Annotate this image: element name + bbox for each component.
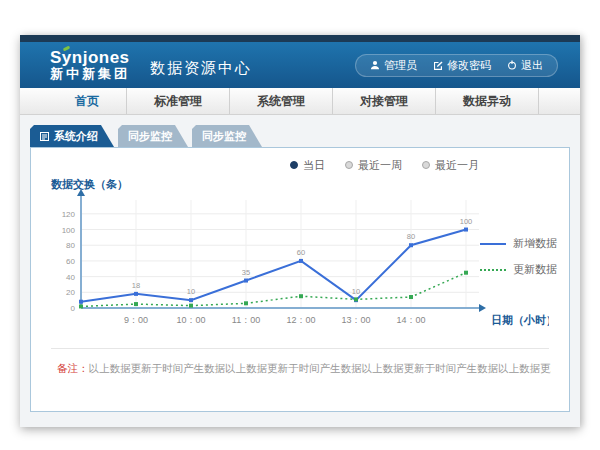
logout-button[interactable]: 退出 [507,58,543,73]
user-menu: 管理员 修改密码 退出 [355,54,558,77]
svg-text:12：00: 12：00 [286,315,315,325]
top-strip [20,35,580,42]
panel-divider [51,348,549,349]
nav-item-interface-mgmt[interactable]: 对接管理 [333,88,436,114]
svg-text:40: 40 [66,273,75,282]
current-user[interactable]: 管理员 [370,58,417,73]
svg-text:80: 80 [66,241,75,250]
legend-item-new-data[interactable]: 新增数据 [480,236,557,251]
edit-icon [433,60,443,70]
nav-item-home[interactable]: 首页 [48,88,127,114]
svg-text:80: 80 [407,232,415,241]
filter-last-month[interactable]: 最近一月 [422,158,479,173]
svg-text:35: 35 [242,268,250,277]
user-icon [370,60,380,70]
power-icon [507,60,517,70]
svg-text:14：00: 14：00 [396,315,425,325]
document-icon [40,132,49,141]
footnote: 备注：以上数据更新于时间产生数据以上数据更新于时间产生数据以上数据更新于时间产生… [57,362,551,376]
svg-text:10: 10 [352,287,360,296]
svg-text:10: 10 [187,287,195,296]
line-chart: 0204060801001209：0010：0011：0012：0013：001… [49,178,551,340]
app-window: Synjones 新中新集团 数据资源中心 管理员 修改密码 退出 首页 标准管… [20,35,580,427]
header-bar: Synjones 新中新集团 数据资源中心 管理员 修改密码 退出 [20,42,580,88]
svg-text:9：00: 9：00 [124,315,148,325]
nav-item-system-mgmt[interactable]: 系统管理 [230,88,333,114]
nav-item-standard-mgmt[interactable]: 标准管理 [127,88,230,114]
filter-today[interactable]: 当日 [290,158,325,173]
svg-text:100: 100 [460,217,473,226]
svg-text:10：00: 10：00 [176,315,205,325]
page-title: 数据资源中心 [150,59,252,78]
svg-text:60: 60 [297,248,305,257]
chart-panel: 当日 最近一周 最近一月 0204060801001209：0010：0011：… [30,147,570,412]
logo-brand-text: Synjones [50,49,130,67]
radio-icon [422,161,430,169]
svg-text:60: 60 [66,257,75,266]
company-logo: Synjones 新中新集团 [50,49,130,80]
footnote-label: 备注： [57,362,89,374]
svg-text:数据交换（条）: 数据交换（条） [50,178,128,191]
green-dotted-line-sample [480,269,506,271]
change-password-button[interactable]: 修改密码 [433,58,491,73]
svg-text:20: 20 [66,288,75,297]
svg-text:日期（小时）: 日期（小时） [491,314,549,327]
tab-bar: 系统介绍 同步监控 同步监控 [30,125,580,147]
main-nav: 首页 标准管理 系统管理 对接管理 数据异动 [20,88,580,115]
filter-last-week[interactable]: 最近一周 [345,158,402,173]
svg-text:18: 18 [132,281,140,290]
svg-text:120: 120 [62,210,76,219]
svg-text:11：00: 11：00 [232,315,260,325]
nav-item-data-change[interactable]: 数据异动 [436,88,539,114]
svg-text:13：00: 13：00 [341,315,370,325]
legend-item-updated-data[interactable]: 更新数据 [480,262,557,277]
tab-system-intro[interactable]: 系统介绍 [30,125,114,147]
tab-sync-monitor-2[interactable]: 同步监控 [192,125,262,147]
svg-text:100: 100 [62,226,76,235]
tab-sync-monitor-1[interactable]: 同步监控 [118,125,188,147]
radio-icon [290,161,298,169]
blue-line-sample [480,243,506,245]
svg-text:0: 0 [71,304,76,313]
logo-company-name: 新中新集团 [50,67,130,81]
series-legend: 新增数据 更新数据 [480,236,557,277]
radio-icon [345,161,353,169]
time-range-filters: 当日 最近一周 最近一月 [49,156,479,174]
